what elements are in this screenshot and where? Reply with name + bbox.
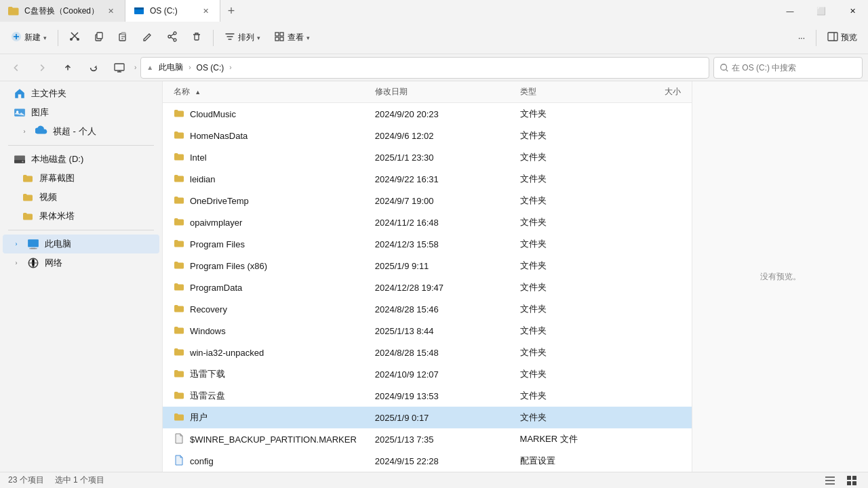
file-type-cell: 文件夹: [520, 346, 616, 359]
sidebar-item-gallery[interactable]: 图库: [3, 103, 159, 122]
bc-osc[interactable]: OS (C:): [194, 62, 227, 74]
desktop-icon-btn[interactable]: [108, 57, 130, 79]
col-header-date[interactable]: 修改日期: [375, 86, 520, 98]
file-icon: [174, 108, 184, 121]
drive-local-icon: [14, 153, 26, 165]
sep3: [816, 30, 816, 46]
table-row[interactable]: leidian 2024/9/22 16:31 文件夹: [163, 168, 692, 190]
table-row[interactable]: HomeNasData 2024/9/6 12:02 文件夹: [163, 125, 692, 146]
file-date-cell: 2024/9/7 19:00: [375, 196, 520, 206]
preview-toggle-button[interactable]: 预览: [822, 26, 863, 50]
no-preview-text: 没有预览。: [760, 271, 801, 283]
sidebar-item-guomi[interactable]: 果体米塔: [3, 207, 159, 226]
sidebar-item-cloud[interactable]: › 祺超 - 个人: [3, 122, 159, 141]
grid-view-button[interactable]: [844, 472, 860, 489]
table-row[interactable]: $WINRE_BACKUP_PARTITION.MARKER 2025/1/13…: [163, 428, 692, 450]
svg-rect-30: [852, 481, 856, 485]
copy-button[interactable]: [88, 26, 110, 50]
svg-rect-8: [121, 33, 125, 35]
address-bar: › ▲ 此电脑 › OS (C:) ›: [0, 54, 868, 81]
file-header[interactable]: 名称 ▲ 修改日期 类型 大小: [163, 81, 692, 103]
col-header-size[interactable]: 大小: [616, 86, 681, 98]
sidebar-item-screenshots[interactable]: 屏幕截图: [3, 169, 159, 188]
sidebar-label-cloud: 祺超 - 个人: [53, 125, 96, 138]
table-row[interactable]: Program Files (x86) 2025/1/9 9:11 文件夹: [163, 255, 692, 277]
sort-button[interactable]: 排列 ▾: [219, 26, 266, 50]
svg-rect-24: [28, 239, 39, 247]
breadcrumb[interactable]: ▲ 此电脑 › OS (C:) ›: [140, 57, 709, 79]
file-icon: [174, 260, 184, 272]
back-button[interactable]: [5, 57, 27, 79]
table-row[interactable]: 用户 2025/1/9 0:17 文件夹: [163, 407, 692, 428]
sidebar-label-this-pc: 此电脑: [45, 238, 71, 250]
col-header-type[interactable]: 类型: [520, 86, 616, 98]
paste-button[interactable]: [113, 26, 134, 50]
tab-cooked[interactable]: C盘替换（Cooked） ✕: [0, 0, 125, 22]
sidebar-item-home[interactable]: 主文件夹: [3, 84, 159, 103]
table-row[interactable]: Windows 2025/1/13 8:44 文件夹: [163, 320, 692, 342]
table-row[interactable]: Program Files 2024/12/3 15:58 文件夹: [163, 233, 692, 255]
svg-rect-1: [134, 7, 144, 9]
file-name-cell: config: [174, 455, 375, 468]
tab-bar: C盘替换（Cooked） ✕ OS (C:) ✕ +: [0, 0, 774, 22]
tab-icon-cooked: [8, 5, 19, 16]
file-icon: [174, 325, 184, 338]
file-name-cell: Recovery: [174, 303, 375, 316]
table-row[interactable]: ProgramData 2024/12/28 19:47 文件夹: [163, 277, 692, 298]
sidebar-item-local-d[interactable]: 本地磁盘 (D:): [3, 150, 159, 169]
file-name-cell: opaivmplayer: [174, 216, 375, 229]
table-row[interactable]: OneDriveTemp 2024/9/7 19:00 文件夹: [163, 190, 692, 211]
file-type-cell: 文件夹: [520, 411, 616, 424]
new-tab-button[interactable]: +: [220, 0, 242, 22]
list-view-button[interactable]: [822, 472, 838, 489]
sidebar-label-local-d: 本地磁盘 (D:): [31, 153, 83, 165]
table-row[interactable]: Intel 2025/1/1 23:30 文件夹: [163, 146, 692, 168]
bc-this-pc[interactable]: 此电脑: [156, 60, 186, 75]
file-icon: [174, 411, 184, 424]
table-row[interactable]: config 2024/9/15 22:28 配置设置: [163, 450, 692, 472]
sidebar: 主文件夹 图库 › 祺超 - 个人 本地磁盘 (D:) 屏幕截图: [0, 81, 163, 472]
table-row[interactable]: 迅雷下载 2024/10/9 12:07 文件夹: [163, 363, 692, 385]
network-expander[interactable]: ›: [11, 258, 22, 268]
search-bar[interactable]: [713, 57, 863, 79]
file-icon: [174, 303, 184, 316]
tab-close-cooked[interactable]: ✕: [104, 5, 117, 17]
cut-button[interactable]: [64, 26, 85, 50]
sidebar-item-video[interactable]: 视频: [3, 188, 159, 207]
minimize-button[interactable]: —: [774, 0, 806, 22]
file-type-cell: MARKER 文件: [520, 433, 616, 445]
forward-button[interactable]: [31, 57, 53, 79]
delete-button[interactable]: [186, 26, 208, 50]
new-button[interactable]: 新建 ▾: [5, 26, 52, 50]
computer-icon: [27, 238, 39, 250]
refresh-button[interactable]: [83, 57, 104, 79]
file-name-cell: Program Files (x86): [174, 260, 375, 272]
tab-close-osc[interactable]: ✕: [199, 5, 212, 17]
rename-button[interactable]: [137, 26, 159, 50]
sidebar-label-network: 网络: [45, 257, 62, 269]
sidebar-item-network[interactable]: › 网络: [3, 253, 159, 272]
up-button[interactable]: [57, 57, 79, 79]
share-button[interactable]: [161, 26, 183, 50]
more-button[interactable]: ···: [793, 26, 810, 50]
search-input[interactable]: [732, 63, 856, 73]
table-row[interactable]: CloudMusic 2024/9/20 20:23 文件夹: [163, 103, 692, 125]
table-row[interactable]: 迅雷云盘 2024/9/19 13:53 文件夹: [163, 385, 692, 407]
tab-icon-osc: [134, 5, 144, 16]
file-date-cell: 2025/1/13 8:44: [375, 326, 520, 336]
file-type-cell: 文件夹: [520, 195, 616, 207]
view-button[interactable]: 查看 ▾: [269, 26, 315, 50]
table-row[interactable]: opaivmplayer 2024/11/2 16:48 文件夹: [163, 211, 692, 233]
col-header-name[interactable]: 名称 ▲: [174, 86, 375, 98]
this-pc-expander[interactable]: ›: [11, 239, 22, 249]
file-name-cell: 迅雷下载: [174, 368, 375, 381]
table-row[interactable]: win-ia32-unpacked 2024/8/28 15:48 文件夹: [163, 342, 692, 363]
file-name-cell: Windows: [174, 325, 375, 338]
table-row[interactable]: Recovery 2024/8/28 15:46 文件夹: [163, 298, 692, 320]
cloud-icon: [35, 125, 47, 138]
maximize-button[interactable]: ⬜: [806, 0, 837, 22]
cloud-expander[interactable]: ›: [19, 126, 30, 137]
close-button[interactable]: ✕: [837, 0, 868, 22]
sidebar-item-this-pc[interactable]: › 此电脑: [3, 235, 159, 253]
tab-osc[interactable]: OS (C:) ✕: [125, 0, 220, 22]
